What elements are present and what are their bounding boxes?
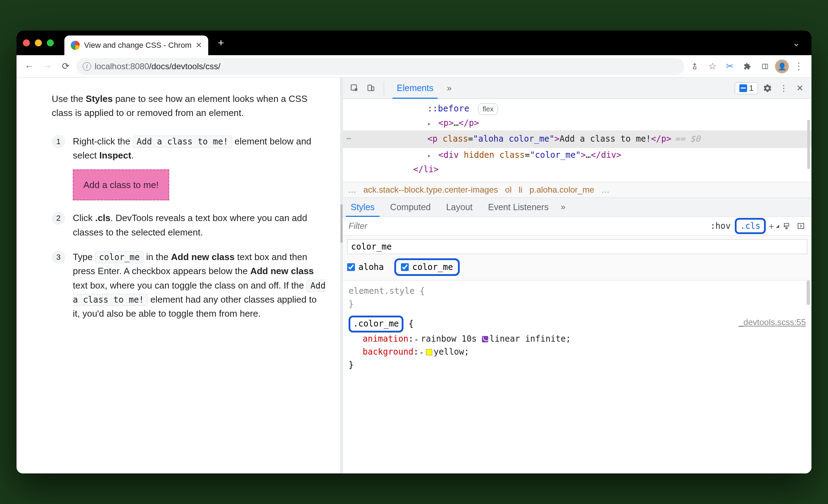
devtools-menu-icon[interactable]: ⋮ — [777, 82, 790, 95]
color-swatch-icon[interactable] — [426, 349, 432, 355]
checkbox-icon[interactable] — [401, 263, 409, 271]
close-tab-icon[interactable]: ✕ — [196, 41, 202, 50]
flex-badge[interactable]: flex — [478, 103, 498, 115]
class-panel: aloha color_me — [343, 236, 811, 280]
crumb[interactable]: li — [519, 185, 523, 195]
profile-avatar[interactable]: 👤 — [775, 59, 789, 73]
selected-dom-node[interactable]: <p class="aloha color_me">Add a class to… — [343, 130, 811, 148]
hov-toggle[interactable]: :hov — [706, 219, 735, 233]
step-3: Type color_me in the Add new class text … — [52, 250, 326, 321]
cls-toggle[interactable]: .cls — [735, 218, 766, 234]
side-panel-icon[interactable] — [757, 59, 773, 74]
styles-filter-input[interactable] — [343, 221, 706, 231]
browser-menu-icon[interactable]: ⋮ — [791, 59, 807, 74]
checkbox-icon[interactable] — [347, 263, 355, 271]
maximize-window-button[interactable] — [47, 39, 54, 46]
tab-title: View and change CSS - Chrom — [84, 41, 191, 50]
selector-color-me[interactable]: .color_me — [349, 316, 403, 332]
close-window-button[interactable] — [23, 39, 30, 46]
step-2: Click .cls. DevTools reveals a text box … — [52, 211, 326, 239]
more-tabs-icon[interactable]: » — [442, 82, 456, 95]
class-checkbox-aloha[interactable]: aloha — [347, 262, 384, 272]
issues-badge[interactable]: 1 — [735, 82, 758, 94]
step-1: Right-click the Add a class to me! eleme… — [52, 134, 326, 201]
tab-overflow-icon[interactable]: ⌄ — [788, 38, 805, 49]
svg-rect-4 — [372, 87, 374, 91]
styles-filter-row: :hov .cls ＋◢ — [343, 217, 811, 236]
tab-elements[interactable]: Elements — [390, 78, 440, 98]
intro-paragraph: Use the Styles pane to see how an elemen… — [52, 92, 326, 120]
crumb[interactable]: ol — [505, 185, 512, 195]
demo-element[interactable]: Add a class to me! — [73, 169, 169, 200]
svg-rect-6 — [798, 224, 804, 229]
settings-gear-icon[interactable] — [761, 82, 774, 95]
reload-button[interactable]: ⟳ — [58, 59, 74, 74]
issues-count: 1 — [749, 84, 753, 93]
easing-swatch-icon[interactable] — [482, 336, 488, 342]
dom-pseudo: ::before — [427, 104, 470, 114]
url-path: /docs/devtools/css/ — [149, 62, 221, 71]
chrome-favicon-icon — [71, 41, 80, 50]
dom-tree[interactable]: ⋯ ::before flex <p>…</p> <p class="aloha… — [343, 99, 811, 182]
tab-event-listeners[interactable]: Event Listeners — [480, 198, 556, 217]
scrollbar-thumb[interactable] — [807, 280, 810, 305]
extensions-icon[interactable] — [740, 59, 755, 74]
tab-computed[interactable]: Computed — [382, 198, 438, 217]
minimize-window-button[interactable] — [35, 39, 42, 46]
browser-window: View and change CSS - Chrom ✕ + ⌄ ← → ⟳ … — [17, 31, 811, 473]
devtools-panel: Elements » 1 ⋮ ✕ ⋯ ::before flex — [343, 78, 811, 473]
scrollbar-thumb[interactable] — [807, 120, 810, 169]
crumb-selected[interactable]: p.aloha.color_me — [529, 185, 594, 195]
computed-toggle-icon[interactable] — [794, 219, 808, 233]
dom-breadcrumb[interactable]: … ack.stack--block.type.center-images ol… — [343, 182, 811, 198]
code-snippet: Add a class to me! — [133, 136, 232, 148]
svg-rect-0 — [763, 64, 768, 69]
window-controls — [23, 39, 54, 46]
class-checkbox-color-me[interactable]: color_me — [394, 258, 460, 276]
css-rules[interactable]: element.style { } .color_me { _devtools.… — [343, 280, 811, 473]
more-subtabs-icon[interactable]: » — [556, 200, 570, 214]
scissors-icon[interactable]: ✂ — [722, 59, 738, 74]
device-toggle-icon[interactable] — [364, 82, 377, 95]
titlebar: View and change CSS - Chrom ✕ + ⌄ — [17, 31, 811, 55]
tab-layout[interactable]: Layout — [438, 198, 480, 217]
forward-button[interactable]: → — [40, 59, 55, 74]
page-content: Use the Styles pane to see how an elemen… — [17, 78, 340, 473]
inspect-element-icon[interactable] — [348, 82, 361, 95]
close-devtools-icon[interactable]: ✕ — [793, 82, 807, 95]
tab-styles[interactable]: Styles — [343, 198, 382, 217]
content-area: Use the Styles pane to see how an elemen… — [17, 78, 811, 473]
overflow-ellipsis-icon[interactable]: ⋯ — [346, 133, 351, 144]
address-bar[interactable]: i localhost:8080/docs/devtools/css/ — [76, 58, 684, 75]
url-host: localhost — [95, 62, 128, 71]
code-snippet: color_me — [95, 251, 144, 263]
styles-subtabs: Styles Computed Layout Event Listeners » — [343, 198, 811, 217]
url-port: :8080 — [128, 62, 149, 71]
svg-rect-3 — [368, 85, 371, 91]
issue-icon — [739, 84, 747, 92]
bookmark-icon[interactable]: ☆ — [705, 59, 720, 74]
share-icon[interactable] — [687, 59, 702, 74]
new-tab-button[interactable]: + — [213, 35, 229, 51]
svg-rect-5 — [786, 227, 787, 229]
add-class-input[interactable] — [347, 239, 807, 254]
devtools-tabs: Elements » 1 ⋮ ✕ — [343, 78, 811, 99]
pane-splitter[interactable] — [340, 78, 343, 473]
crumb[interactable]: ack.stack--block.type.center-images — [363, 185, 498, 195]
browser-tab[interactable]: View and change CSS - Chrom ✕ — [64, 35, 208, 55]
paint-brush-icon[interactable] — [780, 219, 794, 233]
back-button[interactable]: ← — [21, 59, 37, 74]
new-style-rule-icon[interactable]: ＋◢ — [766, 219, 780, 233]
source-link[interactable]: _devtools.scss:55 — [739, 316, 806, 329]
site-info-icon[interactable]: i — [83, 62, 91, 71]
browser-toolbar: ← → ⟳ i localhost:8080/docs/devtools/css… — [17, 55, 811, 78]
